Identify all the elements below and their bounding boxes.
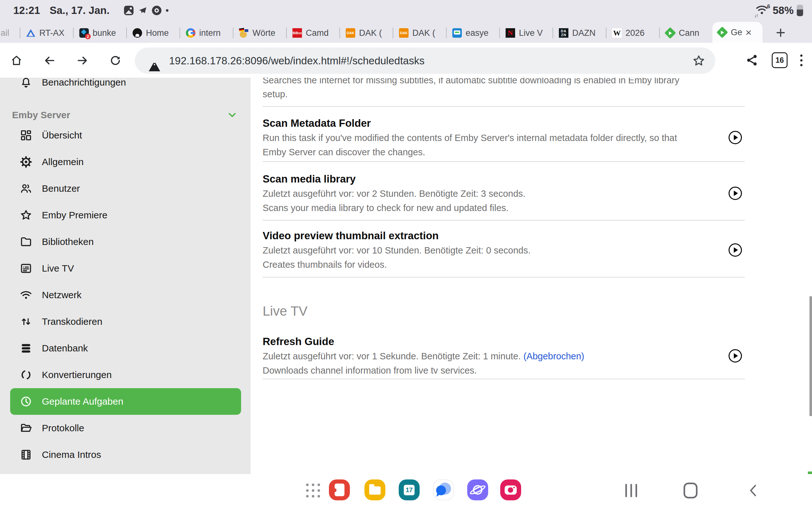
- sidebar-item-label: Übersicht: [42, 130, 82, 141]
- camera-app-icon[interactable]: [500, 480, 521, 500]
- task-description: Scans your media library to check for ne…: [263, 201, 728, 215]
- sidebar-section-label: Emby Server: [12, 110, 70, 120]
- not-secure-warning-icon[interactable]: [149, 56, 160, 66]
- system-taskbar: 17: [0, 474, 812, 507]
- emby-sidebar: Benachrichtigungen Emby Server Übersicht…: [0, 78, 251, 474]
- status-date: Sa., 17. Jan.: [49, 4, 109, 16]
- sidebar-item-benutzer[interactable]: Benutzer: [0, 175, 251, 202]
- task-last-run-status: Zuletzt ausgeführt vor: vor 10 Stunden. …: [263, 243, 728, 258]
- aborted-status-link[interactable]: (Abgebrochen): [523, 351, 584, 361]
- run-task-button[interactable]: [728, 349, 742, 363]
- browser-tab-netflix[interactable]: N Live V: [500, 23, 553, 43]
- sidebar-item-emby-premiere[interactable]: Emby Premiere: [0, 202, 251, 228]
- browser-tab-kodi[interactable]: 2 bunke: [73, 23, 126, 43]
- sidebar-item-benachrichtigungen[interactable]: Benachrichtigungen: [0, 78, 251, 90]
- tab-title: DAZN: [572, 28, 596, 38]
- samsung-internet-app-icon[interactable]: [467, 480, 488, 500]
- browser-tab-overflow[interactable]: ail: [0, 23, 20, 43]
- browser-tab-wikipedia[interactable]: W 2026: [606, 23, 659, 43]
- browser-toolbar: 192.168.178.26:8096/web/index.html#!/sch…: [0, 43, 812, 78]
- browser-tab-easy[interactable]: easye: [447, 23, 499, 43]
- page-scrollbar[interactable]: [809, 296, 812, 416]
- browser-tab-dak-1[interactable]: DAK DAK (: [340, 23, 393, 43]
- tab-switcher-button[interactable]: 16: [772, 52, 788, 68]
- tab-title: DAK (: [359, 28, 382, 38]
- share-icon[interactable]: [745, 53, 759, 67]
- browser-tab-google[interactable]: intern: [180, 23, 233, 43]
- page-viewport: Benachrichtigungen Emby Server Übersicht…: [0, 78, 812, 474]
- folder-icon: [20, 235, 32, 248]
- sidebar-item-label: Datenbank: [42, 343, 88, 354]
- emby-favicon-icon: [665, 28, 675, 38]
- reload-button[interactable]: [109, 54, 122, 67]
- clock-icon: [20, 395, 32, 408]
- sidebar-item-geplante-aufgaben[interactable]: Geplante Aufgaben: [10, 388, 241, 415]
- task-last-run-status: Zuletzt ausgeführt vor: vor 1 Sekunde. B…: [263, 349, 728, 363]
- sidebar-item-cinema-intros[interactable]: Cinema Intros: [0, 441, 251, 468]
- calendar-app-icon[interactable]: 17: [399, 480, 420, 500]
- run-task-button[interactable]: [728, 130, 742, 145]
- new-tab-button[interactable]: +: [776, 24, 785, 41]
- wifi-traffic-arrows: ↓↑: [754, 13, 758, 18]
- url-bar[interactable]: 192.168.178.26:8096/web/index.html#!/sch…: [135, 48, 715, 74]
- sidebar-item-datenbank[interactable]: Datenbank: [0, 335, 251, 361]
- nav-home-button[interactable]: [683, 483, 698, 498]
- browser-tab-dazn[interactable]: DAZN DAZN: [553, 23, 606, 43]
- tab-title: 2026: [625, 28, 645, 38]
- browser-tab-dak-2[interactable]: DAK DAK (: [393, 23, 446, 43]
- run-task-button[interactable]: [728, 186, 742, 200]
- bell-icon: [20, 78, 32, 89]
- task-last-run-status: Zuletzt ausgeführt vor: vor 2 Stunden. B…: [263, 187, 728, 201]
- browser-tab-bibox[interactable]: BiBox Camd: [287, 23, 339, 43]
- kodi-favicon-icon: 2: [79, 28, 89, 38]
- task-row-video-preview-thumbnail-extraction: Video preview thumbnail extraction Zulet…: [263, 221, 745, 278]
- task-description: Downloads channel information from live …: [263, 363, 728, 378]
- run-task-button[interactable]: [728, 243, 742, 257]
- tab-title: Home: [146, 28, 169, 38]
- dak-favicon-icon: DAK: [346, 28, 355, 38]
- notification-dot-icon: [166, 9, 168, 12]
- bookmark-star-icon[interactable]: [692, 54, 706, 68]
- browser-tab-emby[interactable]: Cann: [660, 23, 712, 43]
- browser-tab-github[interactable]: Home: [127, 23, 180, 43]
- sidebar-item-label: Bibliotheken: [42, 236, 94, 247]
- browser-tab-active[interactable]: Ge ×: [712, 22, 763, 43]
- github-favicon-icon: [133, 28, 142, 38]
- sidebar-item-uebersicht[interactable]: Übersicht: [0, 122, 251, 149]
- intro-line-2: setup.: [263, 87, 745, 101]
- task-description: Run this task if you've modified the con…: [263, 131, 728, 145]
- wifi-6-label: 6: [767, 3, 770, 10]
- sidebar-item-live-tv[interactable]: Live TV: [0, 255, 251, 282]
- sidebar-item-konvertierungen[interactable]: Konvertierungen: [0, 361, 251, 388]
- forward-button[interactable]: [76, 54, 89, 67]
- intro-line-1: Searches the internet for missing subtit…: [263, 78, 745, 87]
- sidebar-item-label: Netzwerk: [42, 290, 82, 300]
- messages-app-icon[interactable]: [433, 480, 454, 500]
- back-button[interactable]: [43, 54, 56, 67]
- asus-router-favicon-icon: [26, 28, 36, 38]
- sidebar-item-protokolle[interactable]: Protokolle: [0, 415, 251, 441]
- tab-title: Camd: [306, 28, 328, 38]
- sidebar-item-allgemein[interactable]: Allgemein: [0, 149, 251, 175]
- battery-icon: [797, 5, 803, 16]
- browser-tab-dictionary[interactable]: Wörte: [234, 23, 286, 43]
- screen: 12:21 Sa., 17. Jan. 6 ↓↑ 58%: [0, 0, 812, 507]
- wikipedia-favicon-icon: W: [612, 28, 622, 38]
- document-app-icon[interactable]: [329, 480, 350, 500]
- my-files-app-icon[interactable]: [364, 480, 386, 500]
- browser-menu-icon[interactable]: [800, 55, 803, 66]
- wifi-status-icon: 6 ↓↑: [756, 4, 769, 17]
- sidebar-item-transkodieren[interactable]: Transkodieren: [0, 308, 251, 335]
- nav-recents-button[interactable]: [625, 484, 637, 497]
- app-drawer-button[interactable]: [306, 484, 320, 498]
- sidebar-item-bibliotheken[interactable]: Bibliotheken: [0, 228, 251, 255]
- browser-tab-router[interactable]: RT-AX: [20, 23, 73, 43]
- chevron-down-icon[interactable]: [226, 109, 238, 121]
- convert-arrows-icon: [20, 369, 32, 381]
- home-button[interactable]: [10, 54, 23, 67]
- sidebar-item-netzwerk[interactable]: Netzwerk: [0, 282, 251, 308]
- nav-back-button[interactable]: [747, 483, 760, 498]
- dazn-favicon-icon: DAZN: [559, 28, 568, 38]
- tab-close-icon[interactable]: ×: [745, 27, 752, 38]
- sidebar-section-emby-server[interactable]: Emby Server: [0, 108, 251, 122]
